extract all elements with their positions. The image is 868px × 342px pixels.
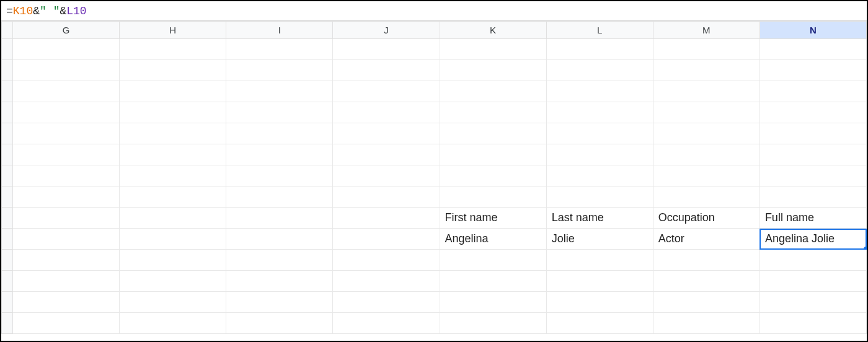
formula-bar[interactable]: =K10&" "&L10 — [1, 1, 867, 21]
cell-n9[interactable]: Full name — [760, 208, 866, 229]
cell-j9[interactable] — [333, 208, 440, 229]
cell-j10[interactable] — [333, 229, 440, 250]
cell-i11[interactable] — [226, 250, 333, 271]
cell-l3[interactable] — [546, 81, 653, 102]
cell-m4[interactable] — [653, 102, 760, 123]
cell-l9[interactable]: Last name — [546, 208, 653, 229]
cell-h4[interactable] — [120, 102, 226, 123]
cell-i9[interactable] — [226, 208, 333, 229]
cell-i7[interactable] — [226, 165, 333, 186]
cell-k4[interactable] — [440, 102, 546, 123]
cell-l4[interactable] — [546, 102, 653, 123]
cell-h13[interactable] — [120, 292, 226, 313]
cell-k3[interactable] — [440, 81, 546, 102]
cell-i3[interactable] — [226, 81, 333, 102]
cell-j13[interactable] — [333, 292, 440, 313]
row-stub[interactable] — [2, 229, 13, 250]
cell-k5[interactable] — [440, 123, 546, 144]
row-stub[interactable] — [2, 186, 13, 208]
cell-m7[interactable] — [653, 165, 760, 186]
column-header-l[interactable]: L — [546, 22, 653, 39]
row-stub[interactable] — [2, 313, 13, 334]
cell-n1[interactable] — [760, 39, 866, 60]
cell-i13[interactable] — [226, 292, 333, 313]
cell-g12[interactable] — [13, 271, 120, 292]
cell-m12[interactable] — [653, 271, 760, 292]
cell-h11[interactable] — [120, 250, 226, 271]
cell-l2[interactable] — [546, 60, 653, 81]
cell-j5[interactable] — [333, 123, 440, 144]
cell-g7[interactable] — [13, 165, 120, 186]
cell-k8[interactable] — [440, 186, 546, 208]
cell-h8[interactable] — [120, 186, 226, 208]
cell-n10[interactable]: Angelina Jolie — [760, 229, 866, 250]
cell-n8[interactable] — [760, 186, 866, 208]
cell-l14[interactable] — [546, 313, 653, 334]
cell-g1[interactable] — [13, 39, 120, 60]
cell-j4[interactable] — [333, 102, 440, 123]
cell-k12[interactable] — [440, 271, 546, 292]
cell-k14[interactable] — [440, 313, 546, 334]
cell-g13[interactable] — [13, 292, 120, 313]
cell-k6[interactable] — [440, 144, 546, 165]
cell-i2[interactable] — [226, 60, 333, 81]
cell-n7[interactable] — [760, 165, 866, 186]
cell-g9[interactable] — [13, 208, 120, 229]
cell-m9[interactable]: Occupation — [653, 208, 760, 229]
cell-l13[interactable] — [546, 292, 653, 313]
cell-g4[interactable] — [13, 102, 120, 123]
cell-m3[interactable] — [653, 81, 760, 102]
cell-m11[interactable] — [653, 250, 760, 271]
cell-m10[interactable]: Actor — [653, 229, 760, 250]
cell-i6[interactable] — [226, 144, 333, 165]
cell-h6[interactable] — [120, 144, 226, 165]
cell-n11[interactable] — [760, 250, 866, 271]
cell-i10[interactable] — [226, 229, 333, 250]
cell-m2[interactable] — [653, 60, 760, 81]
row-stub[interactable] — [2, 271, 13, 292]
row-stub[interactable] — [2, 250, 13, 271]
cell-l11[interactable] — [546, 250, 653, 271]
cell-h3[interactable] — [120, 81, 226, 102]
column-header-m[interactable]: M — [653, 22, 760, 39]
cell-g10[interactable] — [13, 229, 120, 250]
cell-m6[interactable] — [653, 144, 760, 165]
cell-l5[interactable] — [546, 123, 653, 144]
cell-h1[interactable] — [120, 39, 226, 60]
cell-k9[interactable]: First name — [440, 208, 546, 229]
cell-h5[interactable] — [120, 123, 226, 144]
cell-n3[interactable] — [760, 81, 866, 102]
cell-i4[interactable] — [226, 102, 333, 123]
cell-k1[interactable] — [440, 39, 546, 60]
cell-g6[interactable] — [13, 144, 120, 165]
cell-l10[interactable]: Jolie — [546, 229, 653, 250]
cell-m5[interactable] — [653, 123, 760, 144]
cell-g5[interactable] — [13, 123, 120, 144]
cell-k10[interactable]: Angelina — [440, 229, 546, 250]
cell-n2[interactable] — [760, 60, 866, 81]
cell-m8[interactable] — [653, 186, 760, 208]
cell-h2[interactable] — [120, 60, 226, 81]
cell-j2[interactable] — [333, 60, 440, 81]
cell-m13[interactable] — [653, 292, 760, 313]
cell-n12[interactable] — [760, 271, 866, 292]
column-header-k[interactable]: K — [440, 22, 546, 39]
corner-stub[interactable] — [2, 22, 13, 39]
column-header-g[interactable]: G — [13, 22, 120, 39]
cell-l8[interactable] — [546, 186, 653, 208]
cell-i1[interactable] — [226, 39, 333, 60]
cell-n13[interactable] — [760, 292, 866, 313]
cell-j8[interactable] — [333, 186, 440, 208]
cell-n4[interactable] — [760, 102, 866, 123]
cell-k2[interactable] — [440, 60, 546, 81]
cell-j3[interactable] — [333, 81, 440, 102]
row-stub[interactable] — [2, 81, 13, 102]
cell-l1[interactable] — [546, 39, 653, 60]
cell-j7[interactable] — [333, 165, 440, 186]
cell-i14[interactable] — [226, 313, 333, 334]
column-header-j[interactable]: J — [333, 22, 440, 39]
cell-h14[interactable] — [120, 313, 226, 334]
row-stub[interactable] — [2, 39, 13, 60]
cell-n5[interactable] — [760, 123, 866, 144]
row-stub[interactable] — [2, 144, 13, 165]
